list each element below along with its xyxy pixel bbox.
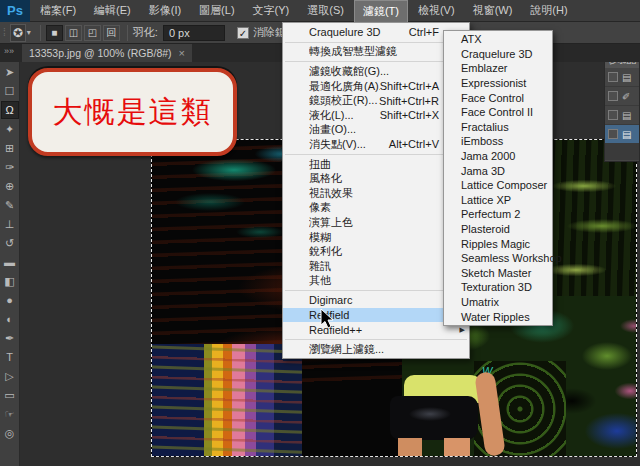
menubar-item-window[interactable]: 視窗(W) bbox=[465, 0, 521, 21]
menu-item-filter-gallery[interactable]: 濾鏡收藏館(G)... bbox=[283, 64, 469, 79]
submenu-item-iemboss[interactable]: iEmboss bbox=[444, 134, 552, 149]
menu-item-lens-correction[interactable]: 鏡頭校正(R)... Shift+Ctrl+R bbox=[283, 93, 469, 108]
document-tab-title: 13353p.jpg @ 100% (RGB/8#) bbox=[29, 47, 172, 59]
menu-item-digimarc[interactable]: Digimarc ▶ bbox=[283, 293, 469, 308]
divider bbox=[127, 25, 128, 41]
menubar-item-type[interactable]: 文字(Y) bbox=[245, 0, 298, 21]
move-tool[interactable]: ➤ bbox=[1, 63, 19, 81]
filter-menu: Craquelure 3D Ctrl+F 轉換成智慧型濾鏡 濾鏡收藏館(G)..… bbox=[282, 22, 470, 359]
zoom-tool[interactable]: ◎ bbox=[1, 424, 19, 442]
submenu-item-atx[interactable]: ATX bbox=[444, 32, 552, 47]
feather-input[interactable]: 0 px bbox=[163, 25, 225, 41]
submenu-arrow-icon: ▶ bbox=[455, 326, 465, 334]
menu-item-noise[interactable]: 雜訊 ▶ bbox=[283, 259, 469, 274]
selection-mode-new-icon[interactable]: ■ bbox=[46, 25, 63, 41]
menu-item-blur[interactable]: 模糊 ▶ bbox=[283, 230, 469, 245]
menu-item-render[interactable]: 演算上色 ▶ bbox=[283, 215, 469, 230]
document-tab[interactable]: 13353p.jpg @ 100% (RGB/8#) × bbox=[22, 44, 192, 62]
menu-item-sharpen[interactable]: 銳利化 ▶ bbox=[283, 244, 469, 259]
submenu-item-emblazer[interactable]: Emblazer bbox=[444, 61, 552, 76]
menu-item-adaptive-wide-angle[interactable]: 最適化廣角(A)... Shift+Ctrl+A bbox=[283, 79, 469, 94]
submenu-item-ripples-magic[interactable]: Ripples Magic bbox=[444, 236, 552, 251]
submenu-item-umatrix[interactable]: Umatrix bbox=[444, 295, 552, 310]
menubar-item-image[interactable]: 影像(I) bbox=[141, 0, 189, 21]
history-state-row[interactable]: ▤ bbox=[605, 68, 639, 87]
type-tool[interactable]: T bbox=[1, 348, 19, 366]
submenu-item-jama-2000[interactable]: Jama 2000 bbox=[444, 149, 552, 164]
blur-tool[interactable]: ● bbox=[1, 291, 19, 309]
submenu-item-plasteroid[interactable]: Plasteroid bbox=[444, 222, 552, 237]
annotation-text: 大慨是這類 bbox=[53, 92, 213, 133]
history-brush-tool[interactable]: ↺ bbox=[1, 234, 19, 252]
history-checkbox-icon[interactable] bbox=[608, 72, 618, 82]
shape-tool[interactable]: ▭ bbox=[1, 386, 19, 404]
menu-item-other[interactable]: 其他 ▶ bbox=[283, 274, 469, 289]
menubar-item-file[interactable]: 檔案(F) bbox=[32, 0, 84, 21]
submenu-item-perfectum-2[interactable]: Perfectum 2 bbox=[444, 207, 552, 222]
crop-tool[interactable]: ⊞ bbox=[1, 139, 19, 157]
menu-item-pixelate[interactable]: 像素 ▶ bbox=[283, 201, 469, 216]
submenu-item-texturation-3d[interactable]: Texturation 3D bbox=[444, 280, 552, 295]
lasso-tool[interactable]: Ω bbox=[1, 101, 19, 119]
submenu-item-face-control-2[interactable]: Face Control II bbox=[444, 105, 552, 120]
history-state-row[interactable]: ▤ bbox=[605, 106, 639, 125]
menu-item-stylize[interactable]: 風格化 ▶ bbox=[283, 171, 469, 186]
menu-item-convert-smart-filters[interactable]: 轉換成智慧型濾鏡 bbox=[283, 45, 469, 60]
anti-alias-checkbox[interactable]: ✓ bbox=[237, 27, 249, 39]
menu-item-video[interactable]: 視訊效果 ▶ bbox=[283, 186, 469, 201]
mouse-cursor-icon bbox=[320, 308, 336, 330]
menu-item-redfield[interactable]: Redfield ▶ bbox=[283, 308, 469, 323]
history-checkbox-icon[interactable] bbox=[608, 129, 618, 139]
marquee-tool[interactable]: ☐ bbox=[1, 82, 19, 100]
tools-panel: ➤ ☐ Ω ✦ ⊞ ✑ ⊕ ✎ ⊥ ↺ ▬ ◧ ● ◐ ✒ T ▷ ▭ ☞ ◎ bbox=[0, 62, 20, 466]
menu-item-oil-paint[interactable]: 油畫(O)... bbox=[283, 123, 469, 138]
menubar-item-help[interactable]: 說明(H) bbox=[522, 0, 575, 21]
menubar-item-select[interactable]: 選取(S) bbox=[299, 0, 352, 21]
submenu-item-craquelure-3d[interactable]: Craquelure 3D bbox=[444, 47, 552, 62]
healing-brush-tool[interactable]: ⊕ bbox=[1, 177, 19, 195]
submenu-item-jama-3d[interactable]: Jama 3D bbox=[444, 163, 552, 178]
chevron-down-icon[interactable]: ▾ bbox=[27, 28, 31, 37]
gradient-tool[interactable]: ◧ bbox=[1, 272, 19, 290]
menubar-item-edit[interactable]: 編輯(E) bbox=[86, 0, 139, 21]
hand-tool[interactable]: ☞ bbox=[1, 405, 19, 423]
dodge-tool[interactable]: ◐ bbox=[1, 310, 19, 328]
submenu-item-lattice-xp[interactable]: Lattice XP bbox=[444, 193, 552, 208]
selection-mode-intersect-icon[interactable]: 回 bbox=[103, 25, 120, 41]
submenu-item-lattice-composer[interactable]: Lattice Composer bbox=[444, 178, 552, 193]
submenu-item-expressionist[interactable]: Expressionist bbox=[444, 76, 552, 91]
submenu-item-fractalius[interactable]: Fractalius bbox=[444, 120, 552, 135]
history-panel: 步驟記 ▤ ✐ ▤ ▤ bbox=[604, 52, 640, 162]
history-checkbox-icon[interactable] bbox=[608, 110, 618, 120]
eyedropper-tool[interactable]: ✑ bbox=[1, 158, 19, 176]
menu-item-liquify[interactable]: 液化(L)... Shift+Ctrl+X bbox=[283, 108, 469, 123]
menubar-item-filter[interactable]: 濾鏡(T) bbox=[354, 0, 408, 22]
clone-stamp-tool[interactable]: ⊥ bbox=[1, 215, 19, 233]
lasso-tool-icon[interactable]: ✪ bbox=[10, 24, 26, 42]
menubar-item-layer[interactable]: 圖層(L) bbox=[191, 0, 242, 21]
menu-item-browse-filters-online[interactable]: 瀏覽網上濾鏡... bbox=[283, 342, 469, 357]
history-state-row[interactable]: ✐ bbox=[605, 87, 639, 106]
selection-mode-add-icon[interactable]: ◫ bbox=[65, 25, 82, 41]
path-selection-tool[interactable]: ▷ bbox=[1, 367, 19, 385]
submenu-item-face-control[interactable]: Face Control bbox=[444, 90, 552, 105]
menu-item-redfield-plus-plus[interactable]: Redfield++ ▶ bbox=[283, 322, 469, 337]
menubar-item-view[interactable]: 檢視(V) bbox=[410, 0, 463, 21]
history-state-row-selected[interactable]: ▤ bbox=[605, 125, 639, 144]
grip-icon: ⁞ bbox=[3, 27, 5, 38]
submenu-item-seamless-workshop[interactable]: Seamless Workshop bbox=[444, 251, 552, 266]
menu-item-repeat-last-filter[interactable]: Craquelure 3D Ctrl+F bbox=[283, 25, 469, 40]
collapse-panels-icon[interactable]: »» bbox=[0, 44, 18, 62]
history-state-icon: ▤ bbox=[622, 110, 631, 121]
close-icon[interactable]: × bbox=[179, 47, 185, 59]
selection-mode-subtract-icon[interactable]: ◰ bbox=[84, 25, 101, 41]
pen-tool[interactable]: ✒ bbox=[1, 329, 19, 347]
eraser-tool[interactable]: ▬ bbox=[1, 253, 19, 271]
submenu-item-water-ripples[interactable]: Water Ripples bbox=[444, 309, 552, 324]
submenu-item-sketch-master[interactable]: Sketch Master bbox=[444, 266, 552, 281]
quick-selection-tool[interactable]: ✦ bbox=[1, 120, 19, 138]
menu-item-vanishing-point[interactable]: 消失點(V)... Alt+Ctrl+V bbox=[283, 137, 469, 152]
menu-item-distort[interactable]: 扭曲 ▶ bbox=[283, 157, 469, 172]
brush-tool[interactable]: ✎ bbox=[1, 196, 19, 214]
history-checkbox-icon[interactable] bbox=[608, 91, 618, 101]
